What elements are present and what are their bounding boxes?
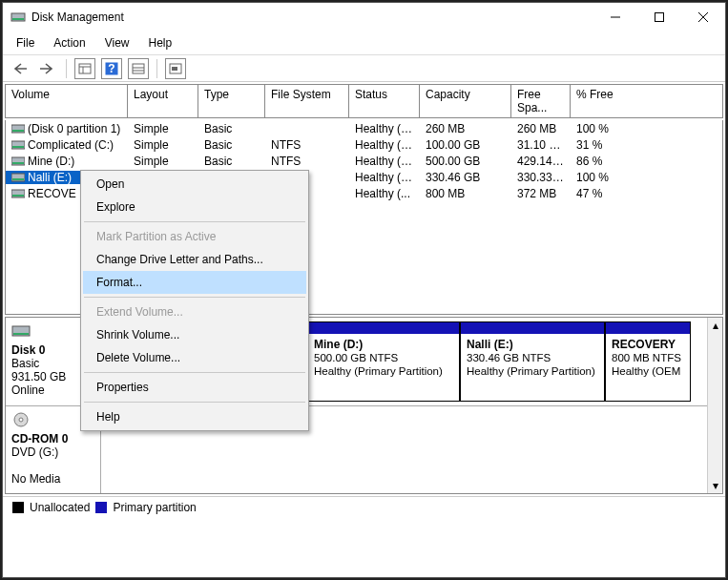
cdrom-type: DVD (G:) — [11, 445, 58, 459]
app-icon — [10, 10, 26, 25]
svg-text:?: ? — [108, 62, 114, 75]
svg-rect-11 — [133, 64, 144, 73]
svg-rect-21 — [12, 162, 24, 164]
toolbar-settings-button[interactable] — [165, 58, 186, 79]
disk0-size: 931.50 GB — [11, 370, 66, 383]
col-layout[interactable]: Layout — [128, 85, 198, 117]
ctx-help[interactable]: Help — [83, 405, 306, 428]
svg-rect-1 — [12, 18, 24, 20]
context-menu: OpenExploreMark Partition as ActiveChang… — [80, 170, 309, 431]
svg-rect-19 — [12, 146, 24, 148]
menu-help[interactable]: Help — [141, 33, 180, 52]
legend: Unallocated Primary partition — [3, 496, 725, 518]
disk0-state: Online — [11, 383, 45, 397]
ctx-mark-partition-as-active: Mark Partition as Active — [83, 225, 306, 248]
disk-management-window: Disk Management File Action View Help ? … — [2, 2, 726, 578]
scroll-down-icon[interactable]: ▾ — [708, 478, 722, 493]
col-status[interactable]: Status — [349, 85, 420, 117]
ctx-extend-volume: Extend Volume... — [83, 300, 306, 323]
menu-action[interactable]: Action — [46, 33, 93, 52]
volume-list-header: Volume Layout Type File System Status Ca… — [5, 84, 723, 118]
svg-rect-25 — [12, 195, 24, 197]
col-capacity[interactable]: Capacity — [420, 85, 511, 117]
col-type[interactable]: Type — [198, 85, 265, 117]
volume-list[interactable]: (Disk 0 partition 1)SimpleBasicHealthy (… — [5, 120, 723, 315]
menubar: File Action View Help — [3, 31, 725, 55]
maximize-button[interactable] — [637, 3, 681, 31]
disk0-type: Basic — [11, 357, 39, 370]
col-filesystem[interactable]: File System — [265, 85, 349, 117]
close-button[interactable] — [681, 3, 725, 31]
toolbar-view-button[interactable] — [74, 58, 95, 79]
svg-rect-3 — [655, 13, 664, 22]
volume-row[interactable]: Complicated (C:)SimpleBasicNTFSHealthy (… — [6, 136, 722, 153]
partition[interactable]: Nalli (E:)330.46 GB NTFSHealthy (Primary… — [460, 321, 605, 402]
ctx-shrink-volume[interactable]: Shrink Volume... — [83, 323, 306, 346]
menu-file[interactable]: File — [9, 33, 42, 52]
ctx-properties[interactable]: Properties — [83, 376, 306, 399]
ctx-delete-volume[interactable]: Delete Volume... — [83, 346, 306, 369]
toolbar-list-button[interactable] — [128, 58, 149, 79]
ctx-change-drive-letter-and-paths[interactable]: Change Drive Letter and Paths... — [83, 248, 306, 271]
minimize-button[interactable] — [593, 3, 637, 31]
svg-rect-27 — [13, 333, 29, 335]
partition[interactable]: Mine (D:)500.00 GB NTFSHealthy (Primary … — [307, 321, 460, 402]
window-title: Disk Management — [31, 10, 593, 24]
ctx-explore[interactable]: Explore — [83, 196, 306, 218]
titlebar: Disk Management — [3, 3, 725, 31]
legend-primary-label: Primary partition — [113, 501, 196, 514]
svg-point-29 — [19, 418, 23, 422]
legend-unallocated-swatch — [12, 502, 24, 513]
partition[interactable]: RECOVERY800 MB NTFSHealthy (OEM — [605, 321, 691, 402]
ctx-format[interactable]: Format... — [83, 271, 306, 294]
forward-button[interactable] — [37, 58, 58, 79]
toolbar: ? — [3, 55, 725, 82]
menu-view[interactable]: View — [97, 33, 137, 52]
svg-rect-6 — [79, 64, 91, 73]
volume-row[interactable]: (Disk 0 partition 1)SimpleBasicHealthy (… — [6, 120, 722, 136]
ctx-open[interactable]: Open — [83, 173, 306, 196]
back-button[interactable] — [10, 58, 31, 79]
legend-primary-swatch — [95, 502, 107, 513]
disk0-title: Disk 0 — [11, 343, 45, 357]
help-button[interactable]: ? — [101, 58, 122, 79]
cdrom-title: CD-ROM 0 — [11, 432, 68, 445]
col-volume[interactable]: Volume — [6, 85, 128, 117]
svg-rect-23 — [12, 178, 24, 180]
col-percentfree[interactable]: % Free — [571, 85, 723, 117]
col-freespace[interactable]: Free Spa... — [511, 85, 571, 117]
volume-row[interactable]: Mine (D:)SimpleBasicNTFSHealthy (P...500… — [6, 153, 722, 169]
svg-rect-17 — [12, 130, 24, 132]
cdrom-state: No Media — [11, 472, 60, 486]
scroll-up-icon[interactable]: ▴ — [708, 318, 722, 333]
disk-scrollbar[interactable]: ▴ ▾ — [707, 318, 722, 493]
legend-unallocated-label: Unallocated — [30, 501, 90, 514]
svg-rect-15 — [172, 67, 177, 71]
